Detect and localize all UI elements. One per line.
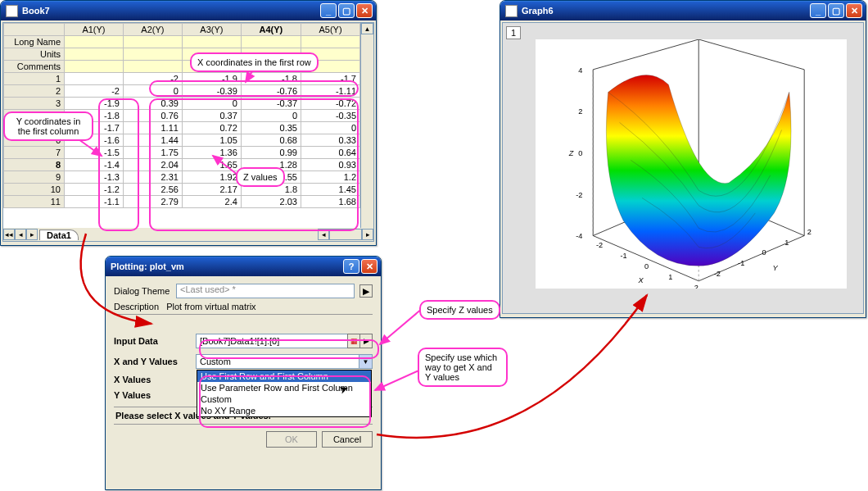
close-button[interactable]: ✕ — [356, 3, 373, 18]
cell[interactable]: 0.37 — [182, 110, 241, 122]
cell[interactable]: 0.35 — [241, 122, 301, 134]
row-number[interactable]: 9 — [4, 171, 65, 184]
cell[interactable]: 0.33 — [301, 134, 360, 147]
cell[interactable]: 2.56 — [123, 184, 182, 196]
col-header[interactable]: A5(Y) — [301, 24, 360, 36]
sheet-tab[interactable]: Data1 — [39, 230, 79, 240]
cell[interactable]: -1.1 — [65, 196, 124, 208]
range-flyout-button[interactable]: ▶ — [359, 334, 373, 348]
maximize-button[interactable]: ▢ — [338, 3, 355, 18]
cell[interactable]: 2.4 — [182, 196, 241, 208]
tab-first-icon[interactable]: ◂◂ — [3, 229, 15, 240]
close-button[interactable]: ✕ — [846, 3, 862, 18]
cell[interactable]: 1.65 — [182, 159, 241, 171]
cell[interactable]: -0.37 — [241, 98, 301, 110]
cell[interactable]: 1.68 — [301, 196, 360, 208]
cell[interactable]: 1.45 — [301, 184, 360, 196]
scroll-up-icon[interactable]: ▲ — [361, 23, 373, 34]
cell[interactable]: -1.8 — [241, 73, 301, 85]
ok-button[interactable]: OK — [266, 431, 317, 448]
tab-next-icon[interactable]: ▸ — [26, 229, 38, 240]
row-label[interactable]: Units — [4, 48, 65, 61]
maximize-button[interactable]: ▢ — [828, 3, 844, 18]
row-number[interactable]: 2 — [4, 85, 65, 98]
layer-badge[interactable]: 1 — [506, 26, 521, 39]
row-label[interactable]: Long Name — [4, 36, 65, 48]
cell[interactable]: 0.99 — [241, 147, 301, 159]
cell[interactable]: 1.92 — [182, 171, 241, 184]
cell[interactable]: 0.64 — [301, 147, 360, 159]
cell[interactable]: -0.76 — [241, 85, 301, 98]
tab-prev-icon[interactable]: ◂ — [15, 229, 26, 240]
dropdown-option[interactable]: No XY Range — [197, 405, 371, 416]
cell[interactable]: 0.72 — [182, 122, 241, 134]
range-picker-button[interactable]: ▦ — [347, 334, 360, 348]
row-number[interactable]: 11 — [4, 196, 65, 208]
cell[interactable]: 2.79 — [123, 196, 182, 208]
cell[interactable]: -1.2 — [65, 184, 124, 196]
row-label[interactable]: Comments — [4, 61, 65, 73]
row-number[interactable]: 8 — [4, 159, 65, 171]
cell[interactable]: -1.4 — [65, 159, 124, 171]
cell[interactable]: -0.39 — [182, 85, 241, 98]
theme-menu-button[interactable]: ▶ — [359, 284, 373, 298]
cell[interactable]: -1.3 — [65, 171, 124, 184]
input-data-field[interactable]: [Book7]Data1![1]:[0] — [196, 334, 348, 348]
workbook-titlebar[interactable]: Book7 _ ▢ ✕ — [1, 1, 376, 20]
cell[interactable]: 2.31 — [123, 171, 182, 184]
cell[interactable]: 0.76 — [123, 110, 182, 122]
cell[interactable]: 1.36 — [182, 147, 241, 159]
cell[interactable]: 0 — [182, 98, 241, 110]
cell[interactable]: 1.44 — [123, 134, 182, 147]
col-header[interactable]: A4(Y) — [241, 24, 301, 36]
cell[interactable]: -2 — [65, 85, 124, 98]
theme-input[interactable]: <Last used> * — [176, 284, 355, 298]
cell[interactable]: -1.11 — [301, 85, 360, 98]
vertical-scrollbar[interactable]: ▲ — [360, 23, 373, 228]
row-number[interactable]: 3 — [4, 98, 65, 110]
scroll-right-icon[interactable]: ▸ — [362, 229, 373, 240]
cell[interactable]: 2.17 — [182, 184, 241, 196]
row-number[interactable]: 7 — [4, 147, 65, 159]
cell[interactable]: -0.35 — [301, 110, 360, 122]
cell[interactable]: -2 — [123, 73, 182, 85]
col-header[interactable]: A1(Y) — [65, 24, 124, 36]
cell[interactable]: 0 — [301, 122, 360, 134]
close-button[interactable]: ✕ — [361, 259, 377, 274]
cell[interactable]: -1.9 — [65, 98, 124, 110]
cell[interactable]: 1.2 — [301, 171, 360, 184]
svg-text:1: 1 — [784, 239, 789, 247]
col-header[interactable]: A3(Y) — [182, 24, 241, 36]
cell[interactable]: 0.68 — [241, 134, 301, 147]
cell[interactable]: 1.05 — [182, 134, 241, 147]
plot-vm-dialog: Plotting: plot_vm ? ✕ Dialog Theme <Last… — [105, 256, 382, 490]
dropdown-option[interactable]: Custom — [197, 393, 371, 405]
cell[interactable] — [65, 73, 124, 85]
hscroll-thumb[interactable] — [329, 229, 362, 240]
scroll-left-icon[interactable]: ◂ — [318, 229, 329, 240]
row-number[interactable]: 1 — [4, 73, 65, 85]
cell[interactable]: -0.72 — [301, 98, 360, 110]
graph-titlebar[interactable]: Graph6 _ ▢ ✕ — [500, 1, 866, 20]
cell[interactable]: 2.04 — [123, 159, 182, 171]
cell[interactable]: 0.39 — [123, 98, 182, 110]
help-button[interactable]: ? — [343, 259, 359, 274]
cell[interactable]: 0.93 — [301, 159, 360, 171]
z-tick: 2 — [578, 107, 582, 116]
cell[interactable]: 1.11 — [123, 122, 182, 134]
dialog-titlebar[interactable]: Plotting: plot_vm ? ✕ — [106, 257, 381, 276]
cancel-button[interactable]: Cancel — [322, 431, 373, 448]
chevron-down-icon[interactable]: ▼ — [359, 355, 372, 368]
minimize-button[interactable]: _ — [810, 3, 826, 18]
cell[interactable]: 0 — [241, 110, 301, 122]
cell[interactable]: -1.5 — [65, 147, 124, 159]
cell[interactable]: 2.03 — [241, 196, 301, 208]
cell[interactable]: 0 — [123, 85, 182, 98]
col-header[interactable]: A2(Y) — [123, 24, 182, 36]
cell[interactable]: -1.9 — [182, 73, 241, 85]
xy-values-select[interactable]: Custom ▼ Use First Row and First ColumnU… — [196, 354, 373, 369]
cell[interactable]: 1.75 — [123, 147, 182, 159]
row-number[interactable]: 10 — [4, 184, 65, 196]
minimize-button[interactable]: _ — [320, 3, 337, 18]
cell[interactable]: -1.7 — [301, 73, 360, 85]
